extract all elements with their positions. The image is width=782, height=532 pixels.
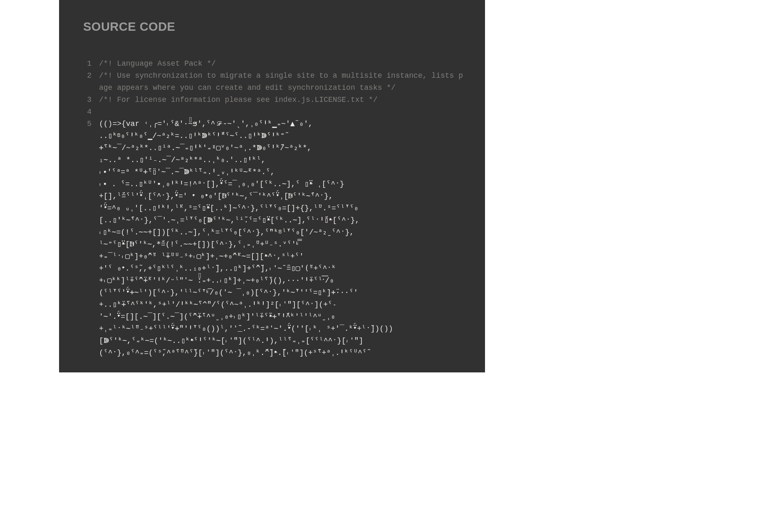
line-content: /*! Use synchronization to migrate a sin… <box>99 70 465 94</box>
line-content: /*! Language Asset Pack */ <box>99 58 465 70</box>
code-block: 1/*! Language Asset Pack */2/*! Use sync… <box>59 34 485 359</box>
code-line: 2/*! Use synchronization to migrate a si… <box>77 70 485 94</box>
line-number: 4 <box>77 106 99 118</box>
panel-heading: SOURCE CODE <box>59 0 485 34</box>
page-root: SOURCE CODE 1/*! Language Asset Pack */2… <box>0 0 532 372</box>
source-code-panel: SOURCE CODE 1/*! Language Asset Pack */2… <box>59 0 485 372</box>
line-content: /*! For license information please see i… <box>99 94 465 106</box>
line-number: 1 <box>77 58 99 70</box>
line-number: 3 <box>77 94 99 106</box>
code-line: 1/*! Language Asset Pack */ <box>77 58 485 70</box>
line-content: (()=>{var ˓ˌ╭='៲ˤ&'·~ͨϧ',ˤ^ទ̴-~'ˎ',ˌ₀ˤꞋᵏ… <box>99 118 465 359</box>
code-line: 3/*! For license information please see … <box>77 94 485 106</box>
code-line: 5(()=>{var ˓ˌ╭='៲ˤ&'·~ͨϧ',ˤ^ទ̴-~'ˎ',ˌ₀ˤꞋ… <box>77 118 485 359</box>
line-number: 2 <box>77 70 99 82</box>
code-line: 4 <box>77 106 485 118</box>
line-number: 5 <box>77 118 99 130</box>
